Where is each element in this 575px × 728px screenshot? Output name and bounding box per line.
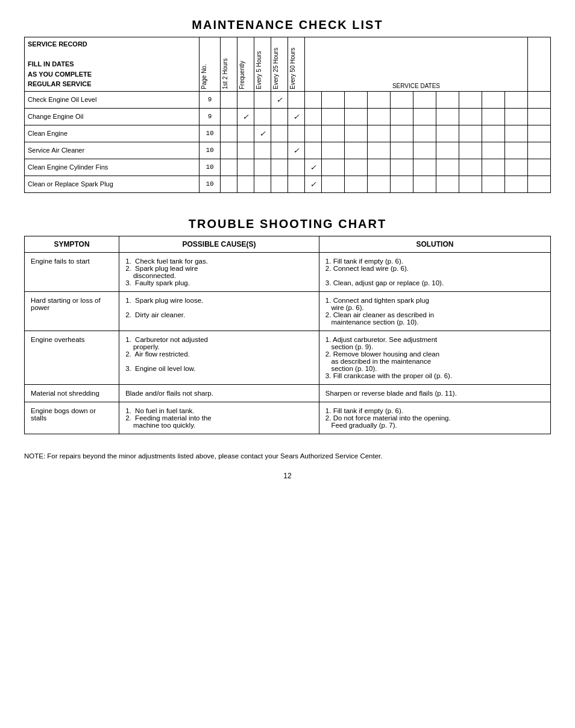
service-date-cell (391, 125, 413, 142)
service-dates-header: SERVICE DATES (305, 37, 528, 92)
maintenance-check-2 (254, 159, 271, 176)
maintenance-check-1 (237, 91, 254, 108)
maintenance-check-0 (221, 176, 237, 192)
col-every5: Every 5 Hours (254, 37, 271, 92)
service-date-cell (391, 159, 413, 176)
service-date-cell (505, 125, 528, 142)
service-date-cell (391, 142, 413, 159)
maintenance-check-1 (237, 125, 254, 142)
service-date-cell (368, 142, 391, 159)
maintenance-page: 10 (200, 159, 221, 176)
troubleshooting-title: TROUBLE SHOOTING CHART (24, 217, 551, 231)
maintenance-item: Service Air Cleaner (25, 142, 200, 159)
maintenance-check-2 (254, 108, 271, 125)
maintenance-check-1 (237, 176, 254, 192)
maintenance-check-0 (221, 159, 237, 176)
service-date-cell (322, 125, 345, 142)
maintenance-check-3 (271, 142, 288, 159)
service-date-cell (482, 159, 505, 176)
service-date-cell (322, 91, 345, 108)
maintenance-check-5 (305, 125, 322, 142)
service-date-cell (528, 159, 551, 176)
service-date-cell (368, 125, 391, 142)
trouble-symptom: Hard starting or loss of power (25, 291, 119, 331)
maintenance-check-2 (254, 176, 271, 192)
service-date-cell (436, 176, 459, 192)
service-date-cell (345, 142, 368, 159)
col-page: Page No. (200, 37, 221, 92)
service-date-cell (368, 159, 391, 176)
trouble-cause: 1. Carburetor not adjusted properly. 2. … (119, 331, 319, 384)
service-date-cell (482, 91, 505, 108)
service-date-cell (528, 176, 551, 192)
service-date-cell (391, 108, 413, 125)
note-text: NOTE: For repairs beyond the minor adjus… (24, 452, 551, 460)
service-date-cell (505, 176, 528, 192)
service-date-cell (391, 91, 413, 108)
service-date-cell (436, 159, 459, 176)
maintenance-page: 10 (200, 176, 221, 192)
service-date-cell (345, 159, 368, 176)
service-date-cell (459, 142, 482, 159)
maintenance-check-0 (221, 91, 237, 108)
maintenance-table: SERVICE RECORD FILL IN DATES AS YOU COMP… (24, 37, 551, 193)
page-number: 12 (24, 472, 551, 480)
service-date-cell (436, 142, 459, 159)
service-date-cell (482, 108, 505, 125)
col-frequently: Frequently (237, 37, 254, 92)
service-date-cell (345, 176, 368, 192)
maintenance-check-3: ✓ (271, 91, 288, 108)
maintenance-check-4 (288, 125, 305, 142)
service-date-cell (505, 159, 528, 176)
maintenance-check-1 (237, 159, 254, 176)
service-date-cell (459, 159, 482, 176)
service-date-cell (436, 91, 459, 108)
service-date-cell (368, 108, 391, 125)
maintenance-page: 9 (200, 91, 221, 108)
maintenance-check-3 (271, 125, 288, 142)
maintenance-item: Clean Engine Cylinder Fins (25, 159, 200, 176)
maintenance-check-5 (305, 142, 322, 159)
maintenance-check-1 (237, 142, 254, 159)
maintenance-check-5: ✓ (305, 176, 322, 192)
service-date-cell (528, 108, 551, 125)
service-date-cell (413, 91, 436, 108)
service-date-cell (436, 125, 459, 142)
trouble-symptom: Material not shredding (25, 384, 119, 402)
maintenance-check-5 (305, 91, 322, 108)
service-date-cell (505, 142, 528, 159)
service-date-cell (482, 176, 505, 192)
service-date-cell (368, 91, 391, 108)
service-date-cell (413, 176, 436, 192)
maintenance-check-4: ✓ (288, 142, 305, 159)
col-every50: Every 50 Hours (288, 37, 305, 92)
col-solution: SOLUTION (319, 236, 550, 252)
trouble-solution: 1. Adjust carburetor. See adjustment sec… (319, 331, 550, 384)
trouble-symptom: Engine fails to start (25, 252, 119, 291)
maintenance-item: Change Engine Oil (25, 108, 200, 125)
service-date-cell (459, 91, 482, 108)
service-date-cell (528, 142, 551, 159)
trouble-cause: 1. Spark plug wire loose. 2. Dirty air c… (119, 291, 319, 331)
service-date-cell (345, 108, 368, 125)
maintenance-check-4 (288, 91, 305, 108)
maintenance-page: 10 (200, 142, 221, 159)
maintenance-check-4 (288, 159, 305, 176)
trouble-solution: 1. Fill tank if empty (p. 6). 2. Do not … (319, 402, 550, 434)
col-every25: Every 25 Hours (271, 37, 288, 92)
maintenance-check-2 (254, 91, 271, 108)
service-date-cell (436, 108, 459, 125)
col-cause: POSSIBLE CAUSE(S) (119, 236, 319, 252)
maintenance-check-2 (254, 142, 271, 159)
col-1st2hours: 1st 2 Hours (221, 37, 237, 92)
service-date-cell (322, 108, 345, 125)
service-date-cell (413, 159, 436, 176)
trouble-table: SYMPTON POSSIBLE CAUSE(S) SOLUTION Engin… (24, 236, 551, 434)
maintenance-item: Clean Engine (25, 125, 200, 142)
maintenance-check-0 (221, 125, 237, 142)
maintenance-check-5 (305, 108, 322, 125)
service-date-cell (459, 108, 482, 125)
service-date-cell (322, 159, 345, 176)
service-date-cell (413, 142, 436, 159)
trouble-solution: 1. Fill tank if empty (p. 6). 2. Connect… (319, 252, 550, 291)
